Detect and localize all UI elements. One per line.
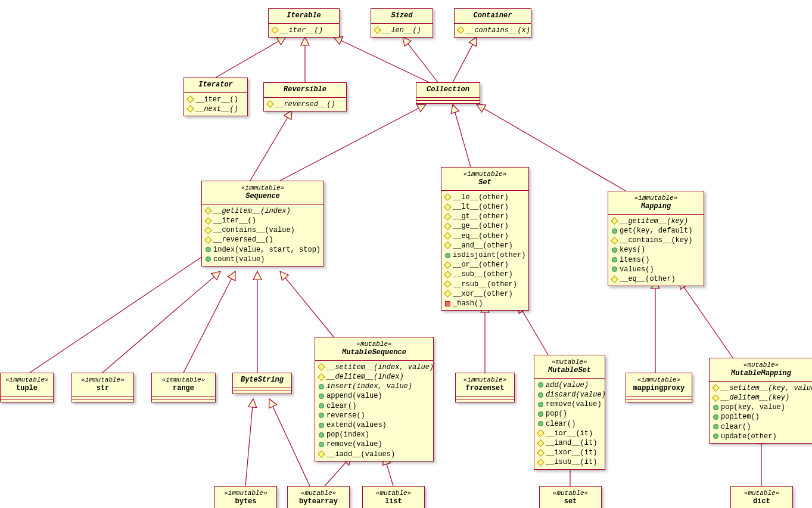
diamond-icon [537,449,545,457]
diamond-icon [204,227,212,234]
member-signature: __iter__() [195,95,238,104]
diamond-icon [611,237,618,244]
class-range: «immutable»range [151,373,216,402]
member-signature: __isub__(it) [546,457,597,467]
member-row: remove(value) [538,399,601,409]
member-row: __delitem__(key) [713,393,809,402]
diamond-icon [204,236,212,244]
class-name: frozenset [461,384,509,394]
member-signature: pop(key, value) [721,402,785,412]
class-name: Reversible [269,85,341,95]
class-name: Sized [376,11,428,21]
member-row: count(value) [206,255,320,264]
member-signature: remove(value) [546,399,602,409]
member-row: __and__(other) [445,241,525,250]
stereotype: «immutable» [77,376,129,384]
member-signature: __delitem__(index) [326,372,404,382]
member-row: get(key, default) [612,226,700,236]
member-row: __ge__(other) [445,221,525,231]
member-row: __iter__() [188,95,244,104]
svg-marker-15 [451,104,459,113]
class-name: ByteString [238,376,287,385]
class-MutableMapping: «mutable»MutableMapping__setitem__(key, … [709,358,812,444]
circle-icon [319,403,324,408]
circle-icon [713,405,718,410]
class-name: Collection [421,85,475,95]
diamond-icon [444,280,452,288]
diamond-icon [444,194,452,202]
stereotype: «immutable» [207,184,319,192]
member-row: __contains__(x) [458,26,527,35]
diamond-icon [444,213,452,221]
member-row: add(value) [538,380,601,390]
member-row: clear() [538,419,601,429]
class-Sequence: «immutable»Sequence__getitem__(index)__i… [201,181,324,267]
svg-line-34 [684,287,733,358]
member-signature: __reversed__() [213,235,273,244]
class-name: str [77,384,129,394]
member-signature: __iter__() [213,216,256,225]
member-signature: discard(value) [546,390,606,399]
member-signature: remove(value) [326,439,382,449]
member-row: __next__() [188,104,244,114]
member-signature: __ixor__(it) [546,448,597,457]
member-row: pop(key, value) [713,402,809,412]
member-signature: __or__(other) [453,260,509,270]
class-name: bytearray [293,497,344,507]
circle-icon [319,394,324,399]
member-signature: __sub__(other) [453,270,513,279]
member-signature: insert(index, value) [326,382,412,391]
svg-marker-5 [334,37,343,45]
svg-marker-1 [276,37,286,45]
svg-marker-9 [469,37,477,47]
circle-icon [538,382,543,388]
member-row: clear() [713,422,809,432]
member-signature: index(value, start, stop) [213,245,321,255]
member-signature: extend(values) [326,420,387,430]
svg-marker-21 [211,271,220,280]
member-row: insert(index, value) [319,382,430,391]
class-name: Iterable [273,11,334,21]
stereotype: «immutable» [613,194,699,202]
circle-icon [713,433,718,439]
class-dict: «mutable»dict [730,486,793,508]
diamond-icon [444,222,452,230]
stereotype: «mutable» [539,358,600,366]
circle-icon [538,421,543,426]
member-row: __ior__(it) [538,429,601,438]
member-signature: _hash() [453,299,483,308]
member-signature: __eq__(other) [620,274,676,284]
member-signature: clear() [326,401,356,411]
member-signature: __ior__(it) [546,429,593,438]
stereotype: «mutable» [293,489,344,497]
svg-line-10 [250,117,288,181]
member-row: __le__(other) [445,193,525,202]
member-row: __contains__(key) [612,236,700,245]
class-Reversible: Reversible__reversed__() [263,82,347,111]
stereotype: «immutable» [461,376,509,384]
member-row: update(other) [713,432,809,441]
member-row: __xor__(other) [445,289,525,299]
class-name: set [545,497,596,507]
member-row: __or__(other) [445,260,525,270]
member-row: __lt__(other) [445,202,525,212]
stereotype: «immutable» [446,170,524,178]
member-signature: get(key, default) [620,226,692,236]
class-mappingproxy: «immutable»mappingproxy [626,373,692,402]
member-row: __eq__(other) [612,274,700,284]
member-row: __setitem__(key, value) [713,383,809,393]
svg-marker-11 [284,110,292,120]
member-signature: __ge__(other) [453,221,509,231]
class-list: «mutable»list [362,486,425,508]
member-signature: reverse() [326,411,365,420]
member-signature: append(value) [326,391,382,401]
diamond-icon [611,218,618,225]
class-MutableSet: «mutable»MutableSetadd(value)discard(val… [534,355,605,470]
member-row: __isub__(it) [538,457,601,467]
circle-icon [319,423,324,428]
member-signature: __xor__(other) [453,289,513,299]
svg-line-12 [280,108,419,181]
class-name: list [368,497,419,507]
member-row: __getitem__(key) [612,216,700,226]
member-row: __setitem__(index, value) [319,363,430,372]
